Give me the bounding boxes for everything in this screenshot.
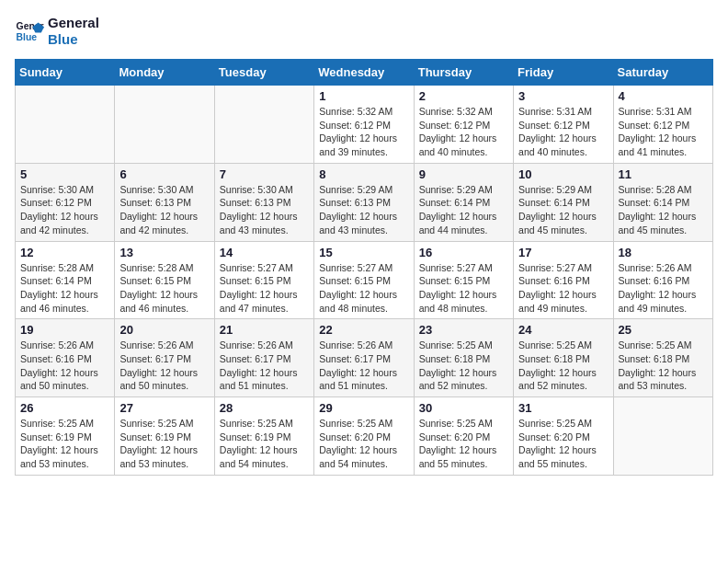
day-cell: 31Sunrise: 5:25 AM Sunset: 6:20 PM Dayli… — [514, 397, 613, 476]
day-info: Sunrise: 5:27 AM Sunset: 6:15 PM Dayligh… — [220, 261, 309, 316]
day-cell: 25Sunrise: 5:25 AM Sunset: 6:18 PM Dayli… — [613, 319, 712, 397]
day-cell: 13Sunrise: 5:28 AM Sunset: 6:15 PM Dayli… — [115, 241, 214, 319]
day-cell — [115, 86, 214, 164]
day-cell: 3Sunrise: 5:31 AM Sunset: 6:12 PM Daylig… — [514, 86, 613, 164]
day-cell: 11Sunrise: 5:28 AM Sunset: 6:14 PM Dayli… — [613, 163, 712, 241]
day-number: 8 — [319, 167, 408, 181]
day-number: 19 — [20, 323, 109, 337]
day-number: 6 — [119, 167, 209, 181]
day-number: 14 — [220, 246, 309, 259]
day-info: Sunrise: 5:32 AM Sunset: 6:12 PM Dayligh… — [319, 105, 408, 159]
day-info: Sunrise: 5:30 AM Sunset: 6:12 PM Dayligh… — [20, 183, 109, 237]
day-number: 31 — [518, 401, 608, 415]
day-number: 4 — [619, 89, 708, 103]
day-info: Sunrise: 5:25 AM Sunset: 6:18 PM Dayligh… — [419, 339, 508, 393]
day-number: 28 — [220, 401, 309, 415]
day-number: 23 — [419, 323, 508, 337]
col-header-monday: Monday — [115, 60, 214, 86]
day-info: Sunrise: 5:27 AM Sunset: 6:15 PM Dayligh… — [319, 261, 408, 316]
logo: General Blue General Blue — [15, 15, 99, 48]
day-info: Sunrise: 5:25 AM Sunset: 6:18 PM Dayligh… — [518, 339, 608, 393]
day-number: 1 — [319, 89, 408, 103]
day-cell: 21Sunrise: 5:26 AM Sunset: 6:17 PM Dayli… — [214, 319, 313, 397]
week-row-2: 5Sunrise: 5:30 AM Sunset: 6:12 PM Daylig… — [16, 163, 713, 241]
day-cell: 20Sunrise: 5:26 AM Sunset: 6:17 PM Dayli… — [115, 319, 214, 397]
day-number: 2 — [419, 89, 508, 103]
day-info: Sunrise: 5:28 AM Sunset: 6:14 PM Dayligh… — [619, 183, 708, 237]
day-info: Sunrise: 5:29 AM Sunset: 6:14 PM Dayligh… — [419, 183, 508, 237]
day-cell — [214, 86, 313, 164]
week-row-1: 1Sunrise: 5:32 AM Sunset: 6:12 PM Daylig… — [16, 86, 713, 164]
day-number: 26 — [20, 401, 109, 415]
day-number: 22 — [319, 323, 408, 337]
page-header: General Blue General Blue — [15, 15, 713, 48]
day-info: Sunrise: 5:25 AM Sunset: 6:20 PM Dayligh… — [319, 417, 408, 471]
day-info: Sunrise: 5:30 AM Sunset: 6:13 PM Dayligh… — [119, 183, 209, 237]
day-cell: 23Sunrise: 5:25 AM Sunset: 6:18 PM Dayli… — [414, 319, 513, 397]
day-cell: 6Sunrise: 5:30 AM Sunset: 6:13 PM Daylig… — [115, 163, 214, 241]
day-cell — [16, 86, 115, 164]
day-info: Sunrise: 5:25 AM Sunset: 6:20 PM Dayligh… — [419, 417, 508, 471]
day-number: 12 — [20, 246, 109, 259]
day-info: Sunrise: 5:26 AM Sunset: 6:17 PM Dayligh… — [319, 339, 408, 393]
day-number: 10 — [518, 167, 608, 181]
day-number: 7 — [220, 167, 309, 181]
day-cell: 28Sunrise: 5:25 AM Sunset: 6:19 PM Dayli… — [214, 397, 313, 476]
day-info: Sunrise: 5:28 AM Sunset: 6:15 PM Dayligh… — [119, 261, 209, 316]
day-number: 29 — [319, 401, 408, 415]
day-info: Sunrise: 5:30 AM Sunset: 6:13 PM Dayligh… — [220, 183, 309, 237]
day-info: Sunrise: 5:25 AM Sunset: 6:19 PM Dayligh… — [20, 417, 109, 471]
day-cell: 18Sunrise: 5:26 AM Sunset: 6:16 PM Dayli… — [613, 241, 712, 319]
day-info: Sunrise: 5:29 AM Sunset: 6:13 PM Dayligh… — [319, 183, 408, 237]
day-number: 25 — [619, 323, 708, 337]
day-info: Sunrise: 5:25 AM Sunset: 6:19 PM Dayligh… — [220, 417, 309, 471]
day-number: 24 — [518, 323, 608, 337]
day-cell: 10Sunrise: 5:29 AM Sunset: 6:14 PM Dayli… — [514, 163, 613, 241]
day-info: Sunrise: 5:31 AM Sunset: 6:12 PM Dayligh… — [619, 105, 708, 159]
logo-icon: General Blue — [15, 17, 44, 46]
day-cell: 26Sunrise: 5:25 AM Sunset: 6:19 PM Dayli… — [16, 397, 115, 476]
day-cell: 16Sunrise: 5:27 AM Sunset: 6:15 PM Dayli… — [414, 241, 513, 319]
day-number: 16 — [419, 246, 508, 259]
col-header-thursday: Thursday — [414, 60, 513, 86]
day-cell: 24Sunrise: 5:25 AM Sunset: 6:18 PM Dayli… — [514, 319, 613, 397]
day-number: 9 — [419, 167, 508, 181]
day-cell — [613, 397, 712, 476]
day-cell: 9Sunrise: 5:29 AM Sunset: 6:14 PM Daylig… — [414, 163, 513, 241]
day-info: Sunrise: 5:28 AM Sunset: 6:14 PM Dayligh… — [20, 261, 109, 316]
day-info: Sunrise: 5:29 AM Sunset: 6:14 PM Dayligh… — [518, 183, 608, 237]
day-number: 13 — [119, 246, 209, 259]
day-cell: 2Sunrise: 5:32 AM Sunset: 6:12 PM Daylig… — [414, 86, 513, 164]
day-number: 3 — [518, 89, 608, 103]
day-cell: 5Sunrise: 5:30 AM Sunset: 6:12 PM Daylig… — [16, 163, 115, 241]
day-info: Sunrise: 5:26 AM Sunset: 6:17 PM Dayligh… — [220, 339, 309, 393]
col-header-wednesday: Wednesday — [314, 60, 414, 86]
week-row-4: 19Sunrise: 5:26 AM Sunset: 6:16 PM Dayli… — [16, 319, 713, 397]
day-cell: 19Sunrise: 5:26 AM Sunset: 6:16 PM Dayli… — [16, 319, 115, 397]
col-header-friday: Friday — [514, 60, 613, 86]
day-number: 21 — [220, 323, 309, 337]
day-number: 15 — [319, 246, 408, 259]
week-row-3: 12Sunrise: 5:28 AM Sunset: 6:14 PM Dayli… — [16, 241, 713, 319]
day-info: Sunrise: 5:26 AM Sunset: 6:17 PM Dayligh… — [119, 339, 209, 393]
day-cell: 30Sunrise: 5:25 AM Sunset: 6:20 PM Dayli… — [414, 397, 513, 476]
day-cell: 12Sunrise: 5:28 AM Sunset: 6:14 PM Dayli… — [16, 241, 115, 319]
day-info: Sunrise: 5:25 AM Sunset: 6:20 PM Dayligh… — [518, 417, 608, 471]
day-cell: 1Sunrise: 5:32 AM Sunset: 6:12 PM Daylig… — [314, 86, 414, 164]
day-number: 5 — [20, 167, 109, 181]
calendar-table: SundayMondayTuesdayWednesdayThursdayFrid… — [15, 59, 713, 476]
day-number: 30 — [419, 401, 508, 415]
day-cell: 17Sunrise: 5:27 AM Sunset: 6:16 PM Dayli… — [514, 241, 613, 319]
day-info: Sunrise: 5:25 AM Sunset: 6:18 PM Dayligh… — [619, 339, 708, 393]
calendar-header-row: SundayMondayTuesdayWednesdayThursdayFrid… — [16, 60, 713, 86]
day-cell: 29Sunrise: 5:25 AM Sunset: 6:20 PM Dayli… — [314, 397, 414, 476]
col-header-sunday: Sunday — [16, 60, 115, 86]
day-info: Sunrise: 5:26 AM Sunset: 6:16 PM Dayligh… — [20, 339, 109, 393]
day-info: Sunrise: 5:27 AM Sunset: 6:15 PM Dayligh… — [419, 261, 508, 316]
logo-blue: Blue — [48, 31, 99, 48]
day-number: 11 — [619, 167, 708, 181]
day-cell: 14Sunrise: 5:27 AM Sunset: 6:15 PM Dayli… — [214, 241, 313, 319]
day-cell: 22Sunrise: 5:26 AM Sunset: 6:17 PM Dayli… — [314, 319, 414, 397]
day-number: 20 — [119, 323, 209, 337]
day-cell: 8Sunrise: 5:29 AM Sunset: 6:13 PM Daylig… — [314, 163, 414, 241]
